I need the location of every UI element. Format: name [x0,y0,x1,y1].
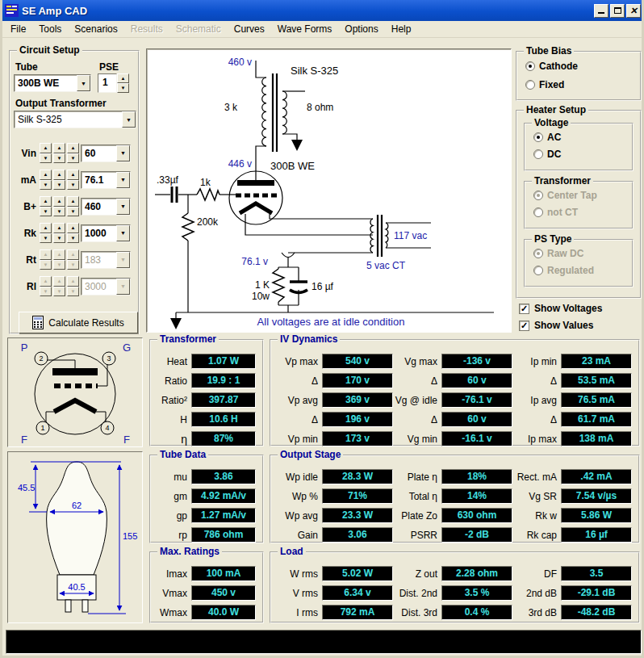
spin-down-icon[interactable] [40,207,52,217]
spin-up-icon[interactable] [53,170,65,180]
ot-dropdown-icon[interactable] [122,111,136,128]
spin-up-icon[interactable] [67,196,79,207]
schematic-panel: Silk S-325 3 k 8 ohm 300B WE .33µf 1k 20… [146,48,512,333]
dc-radio[interactable] [533,149,543,159]
pse-spinner[interactable]: 1 [98,73,131,93]
tube-label: Tube [15,61,38,73]
spin-down-icon[interactable] [53,233,65,244]
tube-select[interactable]: 300B WE [14,74,91,92]
spin-down-icon[interactable] [67,153,79,164]
tube-value: 300B WE [15,75,77,91]
spin-up-icon[interactable] [40,170,52,180]
spin-down-icon[interactable] [67,180,79,191]
show-values-label: Show Values [534,320,593,331]
spin-down-icon[interactable] [117,83,129,93]
result-label: Δ [312,375,318,387]
spin-up-icon[interactable] [67,143,79,153]
minimize-button[interactable] [594,4,608,18]
heater-secondary-label: 117 vac [394,230,427,241]
result-value: -2 dB [441,527,512,543]
result-label: Vg max [404,356,437,367]
bplus-select[interactable]: 460 [81,198,131,216]
spin-up-icon[interactable] [53,196,65,207]
show-voltages-checkbox[interactable] [519,304,529,314]
menu-curves[interactable]: Curves [228,22,271,36]
raw-dc-radio-row: Raw DC [533,248,632,259]
output-transformer-select[interactable]: Silk S-325 [14,111,136,128]
bplus-label: B+ [12,201,36,212]
rk-dropdown-icon[interactable] [116,225,130,241]
close-button[interactable]: ✕ [626,4,641,18]
result-value: 87% [191,431,256,446]
ac-radio-row[interactable]: AC [533,132,632,143]
voltage-title: Voltage [532,117,571,128]
spin-up-icon[interactable] [53,143,65,153]
calculate-results-button[interactable]: Calculate Results [19,312,138,333]
result-value: 397.87 [191,392,256,408]
show-voltages-row[interactable]: Show Voltages [519,303,602,314]
show-values-checkbox[interactable] [519,321,529,331]
cathode-radio[interactable] [525,61,535,71]
spin-down-icon[interactable] [53,180,65,191]
result-label: Δ [550,414,557,425]
circuit-setup-title: Circuit Setup [17,44,82,56]
dc-radio-row[interactable]: DC [533,149,632,160]
fixed-radio[interactable] [525,80,535,90]
spin-up-icon[interactable] [67,170,79,180]
spin-up-icon[interactable] [67,223,79,233]
fixed-radio-row[interactable]: Fixed [525,79,640,90]
spin-down-icon[interactable] [67,233,79,244]
opt-name-label: Silk S-325 [291,65,338,77]
rk-select[interactable]: 1000 [81,224,131,242]
rt-label: Rt [12,254,36,266]
spin-down-icon[interactable] [40,233,52,244]
cathode-radio-row[interactable]: Cathode [525,61,640,72]
spin-down-icon[interactable] [53,207,65,217]
menu-scenarios[interactable]: Scenarios [68,22,123,36]
result-label: Vp max [285,356,318,367]
close-icon: ✕ [629,6,637,15]
spin-up-icon[interactable] [40,196,52,207]
grid-stopper-label: 1k [200,177,211,188]
show-values-row[interactable]: Show Values [519,320,593,331]
spin-up-icon[interactable] [40,223,52,233]
spin-up-icon[interactable] [53,223,65,233]
tube-dropdown-icon[interactable] [77,75,90,91]
tube-bias-title: Tube Bias [524,45,574,57]
ac-radio[interactable] [533,132,543,142]
result-value: -136 v [441,354,512,369]
bplus-dropdown-icon[interactable] [116,199,130,215]
title-bar[interactable]: SE Amp CAD ✕ [0,0,644,21]
not-ct-radio [533,207,543,217]
spin-up-icon [40,276,52,287]
rt-value: 183 [82,252,116,268]
vin-dropdown-icon[interactable] [116,145,130,161]
ma-dropdown-icon[interactable] [116,172,130,188]
menu-tools[interactable]: Tools [32,22,68,36]
maximize-button[interactable] [610,4,625,18]
spin-down-icon[interactable] [40,180,52,191]
result-value: -48.2 dB [561,605,632,620]
ma-select[interactable]: 76.1 [81,171,131,189]
menu-waveforms[interactable]: Wave Forms [271,22,339,36]
spin-down-icon[interactable] [67,207,79,217]
transformer-results-group: Transformer Heat1.07 W Ratio19.9 : 1 Rat… [149,339,264,446]
menu-options[interactable]: Options [338,22,384,36]
spin-up-icon[interactable] [40,143,52,153]
spinner [53,276,65,296]
spinner [67,196,79,216]
spinner [40,196,52,216]
tube-data-title: Tube Data [157,449,208,460]
dc-label: DC [547,149,561,160]
result-label: Wp avg [285,510,318,522]
spin-up-icon[interactable] [117,73,129,83]
result-value: 786 ohm [191,527,256,543]
menu-help[interactable]: Help [385,22,418,36]
vin-select[interactable]: 60 [81,145,131,162]
spin-down-icon[interactable] [53,153,65,164]
menu-file[interactable]: File [4,22,32,36]
result-value: 792 mA [322,605,393,620]
menu-bar: File Tools Scenarios Results Schematic C… [2,21,642,38]
spin-down-icon[interactable] [40,153,52,164]
rt-select: 183 [81,251,131,269]
